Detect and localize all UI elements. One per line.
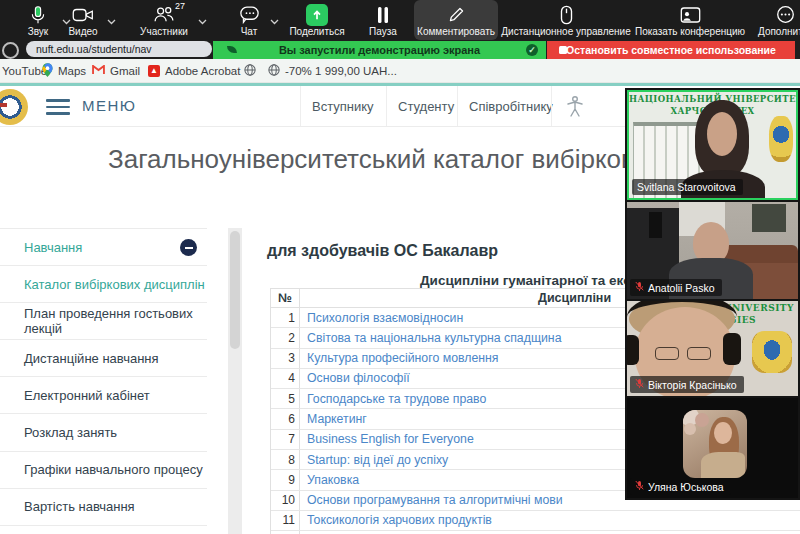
pencil-icon (414, 0, 498, 26)
chat-button[interactable]: Чат (225, 0, 273, 40)
video-label: Видео (58, 26, 108, 38)
discipline-link[interactable]: Маркетинг (307, 412, 367, 426)
accessibility-icon[interactable] (565, 95, 585, 121)
participant-dress (701, 452, 745, 478)
share-screen-icon (306, 4, 328, 26)
sidebar-item-distance-learning[interactable]: Дистанційне навчання (0, 340, 207, 377)
participants-icon (133, 0, 195, 26)
participant-name: Anatolii Pasko (648, 282, 715, 294)
chat-chevron-icon[interactable] (270, 11, 279, 29)
header-divider (300, 86, 301, 126)
video-chevron-icon[interactable] (107, 11, 116, 29)
annotate-button[interactable]: Комментировать (414, 0, 498, 40)
bookmark-acrobat[interactable]: ▲ Adobe Acrobat (148, 59, 240, 82)
sidebar-item-process-graphics[interactable]: Графіки навчального процесу (0, 452, 207, 489)
bookmark-label: -70% 1 999,00 UAH... (285, 65, 397, 77)
sidebar-item-label: План проведення гостьових лекцій (24, 306, 207, 336)
video-tile-svitlana[interactable]: НАЦІОНАЛЬНИЙ УНІВЕРСИТЕТ ХАРЧОВИХ ТЕХ Sv… (627, 90, 798, 200)
video-tile-uliana[interactable]: Уляна Юськова (627, 398, 798, 498)
bookmark-youtube[interactable]: YouTube (2, 59, 47, 82)
sidebar-item-guest-lectures[interactable]: План проведення гостьових лекцій (0, 303, 207, 340)
video-tile-anatolii[interactable]: Anatolii Pasko (627, 202, 798, 299)
pause-share-button[interactable]: Пауза (360, 0, 406, 40)
discipline-link[interactable]: Startup: від ідеї до успіху (307, 453, 448, 467)
discipline-link[interactable]: Упаковка (307, 473, 359, 487)
participant-name-label: Svitlana Starovoitova (632, 179, 743, 195)
table-row: 11Токсикологія харчових продуктів (271, 511, 800, 531)
muted-mic-icon (635, 480, 644, 493)
sidebar-item-schedule[interactable]: Розклад занять (0, 414, 207, 451)
logo-detail (0, 103, 7, 107)
sidebar-item-label: Електронний кабінет (24, 388, 150, 403)
balloon (695, 413, 709, 427)
bookmark-maps[interactable]: Maps (42, 59, 86, 82)
sidebar-section-navchannia[interactable]: Навчання (0, 229, 207, 266)
discipline-link[interactable]: Господарське та трудове право (307, 392, 486, 406)
hamburger-menu-icon[interactable] (46, 95, 70, 119)
bookmark-shop[interactable]: -70% 1 999,00 UAH... (268, 59, 397, 82)
participant-name: Svitlana Starovoitova (637, 181, 736, 193)
sidebar-item-label: Дистанційне навчання (24, 351, 159, 366)
bookmark-label: Adobe Acrobat (165, 65, 240, 77)
discipline-link[interactable]: Світова та національна культурна спадщин… (307, 331, 562, 345)
annotate-label: Комментировать (414, 26, 498, 38)
col-number-header: № (271, 291, 299, 305)
discipline-link[interactable]: Психологія взаємовідносин (307, 311, 463, 325)
menu-label[interactable]: МЕНЮ (82, 97, 137, 114)
more-button[interactable]: Дополнит (758, 0, 800, 40)
address-url: nuft.edu.ua/studentu/nav (36, 43, 152, 55)
glasses (655, 347, 679, 360)
discipline-link[interactable]: Основи філософії (307, 371, 410, 385)
browser-extension-icon (2, 42, 19, 59)
scrollbar-thumb[interactable] (230, 231, 240, 349)
stop-sharing-button[interactable]: Остановить совместное использование (547, 41, 795, 59)
show-conference-icon (630, 0, 750, 26)
content-heading: для здобувачів ОС Бакалавр (267, 242, 498, 260)
header-divider (386, 86, 387, 126)
pause-icon (360, 0, 406, 26)
discipline-link[interactable]: Основи програмування та алгоритмічні мов… (307, 493, 563, 507)
acrobat-icon: ▲ (148, 65, 160, 77)
sharing-status-banner: Вы запустили демонстрацию экрана ✓ (213, 41, 546, 59)
bookmark-label: YouTube (2, 65, 47, 77)
banner-row: nuft.edu.ua/studentu/nav Вы запустили де… (0, 40, 800, 59)
nav-spivrobitnyku[interactable]: Співробітнику (469, 99, 553, 114)
share-screen-button[interactable]: Поделиться (288, 0, 346, 40)
university-emblem (752, 331, 792, 373)
room-speaker (649, 212, 662, 238)
show-conference-label: Показать конференцию (630, 26, 750, 38)
nav-studentu[interactable]: Студенту (398, 99, 454, 114)
video-button[interactable]: Видео (58, 0, 108, 40)
participants-button[interactable]: Участники 27 (133, 0, 195, 40)
sidebar-item-label: Графіки навчального процесу (24, 462, 203, 477)
show-conference-button[interactable]: Показать конференцию (630, 0, 750, 40)
collapse-section-button[interactable] (180, 239, 197, 256)
sidebar-item-catalog[interactable]: Каталог вибіркових дисциплін (0, 266, 207, 303)
zoom-toolbar: Звук Видео Участники 27 Чат (0, 0, 800, 40)
bookmark-globe[interactable] (244, 59, 256, 82)
participants-count-badge: 27 (175, 1, 185, 11)
participant-name: Вікторія Красінько (648, 379, 737, 391)
sidebar-item-tuition[interactable]: Вартість навчання (0, 489, 207, 526)
university-logo[interactable] (0, 89, 28, 125)
col-discipline-header: Дисципліни (538, 291, 611, 305)
discipline-link[interactable]: Культура професійного мовлення (307, 351, 498, 365)
participants-chevron-icon[interactable] (198, 11, 207, 29)
discipline-link[interactable]: Business English for Everyone (307, 432, 474, 446)
nav-vstupnyku[interactable]: Вступнику (312, 99, 374, 114)
discipline-link[interactable]: Токсикологія харчових продуктів (307, 513, 492, 527)
university-emblem (769, 116, 793, 162)
remote-control-button[interactable]: Дистанционное управление (490, 0, 642, 40)
participant-name-label: Вікторія Красінько (630, 376, 744, 393)
page-title: Загальноуніверситетський каталог вибірко… (108, 144, 685, 175)
address-bar[interactable]: nuft.edu.ua/studentu/nav (26, 41, 212, 57)
balloon (684, 423, 696, 435)
bookmark-gmail[interactable]: Gmail (92, 59, 140, 82)
pause-share-label: Пауза (360, 26, 406, 38)
room-frame (752, 204, 786, 232)
participant-avatar (683, 410, 747, 478)
video-tile-viktoriia[interactable]: UNIVERSITY OLOGIES Вікторія Красінько (627, 301, 798, 396)
sidebar-item-e-cabinet[interactable]: Електронний кабінет (0, 377, 207, 414)
globe-icon (268, 64, 280, 78)
participants-label: Участники (133, 26, 195, 38)
